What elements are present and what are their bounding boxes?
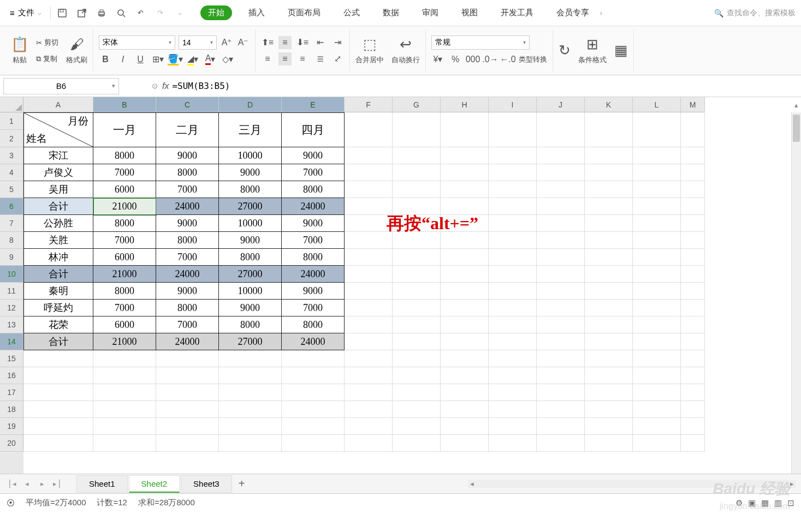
cell[interactable] bbox=[345, 316, 393, 333]
select-all-corner[interactable] bbox=[0, 97, 23, 112]
cell[interactable] bbox=[681, 249, 705, 266]
view-normal-icon[interactable]: ▦ bbox=[761, 498, 769, 508]
justify-icon[interactable]: ≣ bbox=[313, 52, 327, 65]
cell[interactable] bbox=[23, 350, 93, 367]
cell[interactable] bbox=[489, 435, 537, 452]
cell[interactable]: 21000 bbox=[93, 333, 156, 350]
cell[interactable] bbox=[489, 333, 537, 350]
center-icon[interactable]: ▣ bbox=[748, 498, 756, 508]
scroll-left-icon[interactable]: ◂ bbox=[468, 480, 476, 488]
increase-decimal-icon[interactable]: .0→ bbox=[484, 53, 497, 66]
cell[interactable] bbox=[489, 215, 537, 232]
cell[interactable] bbox=[393, 181, 441, 198]
cell[interactable] bbox=[219, 418, 282, 435]
cell[interactable] bbox=[537, 333, 585, 350]
cell[interactable] bbox=[681, 181, 705, 198]
cell[interactable] bbox=[681, 112, 705, 147]
cell[interactable]: 27000 bbox=[219, 266, 282, 283]
cell[interactable] bbox=[345, 350, 393, 367]
sheet-first-icon[interactable]: ⎪◂ bbox=[5, 478, 17, 490]
cell[interactable] bbox=[633, 147, 681, 164]
cell[interactable] bbox=[633, 435, 681, 452]
cell[interactable]: 秦明 bbox=[23, 283, 93, 300]
cell[interactable] bbox=[93, 418, 156, 435]
tab-8[interactable]: 会员专享 bbox=[550, 4, 596, 21]
col-header-M[interactable]: M bbox=[681, 97, 705, 112]
row-header-12[interactable]: 12 bbox=[0, 300, 23, 316]
cell[interactable] bbox=[681, 215, 705, 232]
row-header-7[interactable]: 7 bbox=[0, 215, 23, 232]
row-header-10[interactable]: 10 bbox=[0, 266, 23, 283]
cut-button[interactable]: ✂剪切 bbox=[36, 37, 58, 49]
cell[interactable]: 10000 bbox=[219, 283, 282, 300]
name-box[interactable]: B6 bbox=[3, 78, 119, 94]
cell[interactable] bbox=[585, 300, 633, 316]
italic-button[interactable]: I bbox=[116, 53, 129, 66]
cell[interactable]: 24000 bbox=[282, 333, 345, 350]
cell[interactable]: 关胜 bbox=[23, 232, 93, 249]
cell[interactable] bbox=[282, 401, 345, 418]
cell[interactable] bbox=[585, 232, 633, 249]
cell[interactable] bbox=[219, 401, 282, 418]
record-icon[interactable]: ⦿ bbox=[7, 498, 15, 507]
cell[interactable] bbox=[441, 147, 489, 164]
cell[interactable] bbox=[585, 181, 633, 198]
highlight-button[interactable]: ◢▾ bbox=[186, 53, 199, 66]
cell[interactable]: 四月 bbox=[282, 112, 345, 147]
col-header-K[interactable]: K bbox=[585, 97, 633, 112]
cell[interactable] bbox=[345, 164, 393, 181]
cell[interactable]: 7000 bbox=[93, 232, 156, 249]
align-left-icon[interactable]: ≡ bbox=[261, 52, 274, 65]
cell[interactable] bbox=[489, 198, 537, 215]
cell[interactable] bbox=[537, 181, 585, 198]
sheet-tab-Sheet2[interactable]: Sheet2 bbox=[129, 475, 180, 493]
cell[interactable] bbox=[681, 198, 705, 215]
cell[interactable]: 10000 bbox=[219, 147, 282, 164]
cell[interactable] bbox=[441, 333, 489, 350]
cell[interactable]: 7000 bbox=[282, 300, 345, 316]
col-header-A[interactable]: A bbox=[23, 97, 93, 112]
cell[interactable]: 8000 bbox=[282, 316, 345, 333]
cell[interactable]: 8000 bbox=[156, 164, 219, 181]
number-format-select[interactable]: 常规▾ bbox=[431, 35, 530, 50]
col-header-J[interactable]: J bbox=[537, 97, 585, 112]
increase-indent-icon[interactable]: ⇥ bbox=[331, 36, 344, 49]
cell[interactable] bbox=[441, 401, 489, 418]
col-header-D[interactable]: D bbox=[219, 97, 282, 112]
cell[interactable] bbox=[585, 350, 633, 367]
cell[interactable] bbox=[585, 435, 633, 452]
cell[interactable] bbox=[633, 215, 681, 232]
file-menu[interactable]: ≡ 文件 ⌵ bbox=[5, 5, 46, 20]
percent-icon[interactable]: % bbox=[449, 53, 462, 66]
cell[interactable] bbox=[633, 232, 681, 249]
cell[interactable] bbox=[633, 367, 681, 384]
cell[interactable]: 合计 bbox=[23, 266, 93, 283]
fx-icon[interactable]: fx bbox=[162, 81, 169, 91]
cell[interactable] bbox=[23, 401, 93, 418]
cell[interactable] bbox=[489, 232, 537, 249]
cell[interactable]: 9000 bbox=[219, 300, 282, 316]
export-icon[interactable] bbox=[75, 6, 89, 20]
cell[interactable] bbox=[219, 367, 282, 384]
cell[interactable] bbox=[345, 283, 393, 300]
cell[interactable] bbox=[585, 316, 633, 333]
col-header-E[interactable]: E bbox=[282, 97, 345, 112]
cell[interactable] bbox=[585, 112, 633, 147]
cell[interactable] bbox=[537, 283, 585, 300]
cell[interactable] bbox=[393, 266, 441, 283]
cell[interactable] bbox=[393, 112, 441, 147]
cell[interactable] bbox=[345, 147, 393, 164]
row-header-8[interactable]: 8 bbox=[0, 232, 23, 249]
cell[interactable] bbox=[537, 112, 585, 147]
cell[interactable] bbox=[393, 147, 441, 164]
undo-icon[interactable]: ↶ bbox=[134, 6, 148, 20]
cell[interactable]: 27000 bbox=[219, 198, 282, 215]
cell[interactable] bbox=[585, 384, 633, 401]
align-top-icon[interactable]: ⬆≡ bbox=[261, 36, 274, 49]
cell[interactable] bbox=[537, 198, 585, 215]
col-header-C[interactable]: C bbox=[156, 97, 219, 112]
cell[interactable] bbox=[537, 300, 585, 316]
paste-button[interactable]: 📋 粘贴 bbox=[11, 36, 28, 65]
cell[interactable] bbox=[93, 435, 156, 452]
sheet-next-icon[interactable]: ▸ bbox=[36, 478, 48, 490]
